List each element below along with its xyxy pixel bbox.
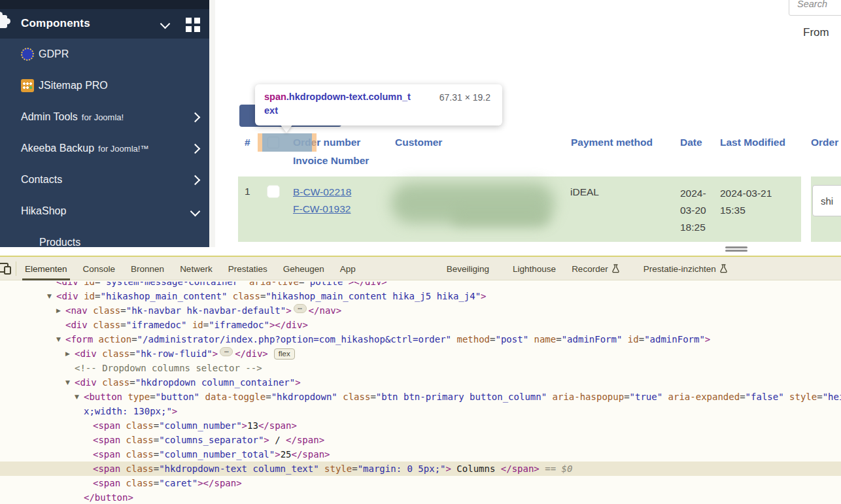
chevron-right-icon[interactable] <box>190 175 201 185</box>
tab-netwerk[interactable]: Netwerk <box>172 257 220 280</box>
column-header-date[interactable]: Date <box>680 137 702 148</box>
eu-flag-icon <box>21 48 34 61</box>
code-token: "height: 30p <box>823 392 841 402</box>
jsitemap-icon <box>21 79 34 92</box>
dashboard-grid-icon[interactable] <box>186 18 200 32</box>
search-input[interactable] <box>789 0 841 16</box>
code-line[interactable]: ▼<div id="hikashop_main_content" class="… <box>0 289 841 303</box>
sidebar-item-hikashop[interactable]: HikaShop <box>0 195 209 227</box>
code-line[interactable]: ▼<form action="/administrator/index.php?… <box>0 332 841 346</box>
code-line[interactable]: ▼<div class="hkdropdown column_container… <box>0 375 841 390</box>
sidebar-item-suffix: for Joomla! <box>82 112 124 122</box>
expand-arrow-icon[interactable]: ▶ <box>56 303 65 318</box>
code-token: "post" <box>496 334 529 344</box>
tab-lighthouse[interactable]: Lighthouse <box>505 257 564 280</box>
code-line[interactable]: </button> <box>0 490 841 504</box>
code-line[interactable]: <div id="system-message-container" aria-… <box>0 282 841 289</box>
code-line[interactable]: ▶<nav class="hk-navbar hk-navbar-default… <box>0 303 841 318</box>
column-header-payment-method[interactable]: Payment method <box>571 137 653 148</box>
code-token: style <box>319 463 352 474</box>
collapse-arrow-icon[interactable]: ▼ <box>56 332 65 346</box>
sidebar-item-akeeba-backup[interactable]: Akeeba Backupfor Joomla!™ <box>0 133 209 164</box>
code-token: class <box>88 305 121 316</box>
chevron-right-icon[interactable] <box>190 143 201 154</box>
code-token: class <box>97 348 130 359</box>
code-token: "iframedoc" <box>209 320 269 330</box>
admin-sidebar: Components GDPRJSitemap PROAdmin Toolsfo… <box>0 0 209 247</box>
code-line[interactable]: <span class="hkdropdown-text column_text… <box>0 462 841 476</box>
code-token: = <box>154 420 159 431</box>
sidebar-item-admin-tools[interactable]: Admin Toolsfor Joomla! <box>0 101 209 133</box>
code-token: class <box>97 377 130 388</box>
code-token: </div> <box>235 348 268 359</box>
code-line[interactable]: <div class="iframedoc" id="iframedoc"></… <box>0 318 841 332</box>
code-token: = <box>154 478 159 488</box>
tab-console[interactable]: Console <box>75 257 124 280</box>
code-line[interactable]: <!-- Dropdown columns selector --> <box>0 361 841 375</box>
code-token: "hikashop_main_content" <box>100 291 227 301</box>
from-label: From <box>803 26 829 39</box>
invoice-number-link[interactable]: F-CW-01932 <box>293 203 351 214</box>
tab-label: Netwerk <box>180 264 213 274</box>
code-token: Columns <box>451 463 501 474</box>
chevron-down-icon[interactable] <box>160 19 171 29</box>
sidebar-item-suffix: for Joomla!™ <box>98 144 148 154</box>
code-token: ></div> <box>269 320 308 330</box>
code-line[interactable]: ▶<div class="hk-row-fluid">…</div>flex <box>0 346 841 361</box>
ellipsis-pill[interactable]: … <box>294 304 307 313</box>
devtools-resize-handle[interactable] <box>725 246 747 253</box>
inspect-tooltip: span.hkdropdown-text.column_text 67.31 ×… <box>255 84 502 126</box>
code-line[interactable]: <span class="column_number">13</span> <box>0 418 841 433</box>
ellipsis-pill[interactable]: … <box>220 347 233 356</box>
order-number-link[interactable]: B-CW-02218 <box>293 186 351 197</box>
collapse-arrow-icon[interactable]: ▼ <box>65 375 75 390</box>
column-header-order[interactable]: Order <box>811 137 838 148</box>
expand-arrow-icon[interactable]: ▶ <box>65 346 75 361</box>
tab-prestatie-inzichten[interactable]: Prestatie-inzichten <box>636 257 736 280</box>
code-line[interactable]: ▼<button type="button" data-toggle="hkdr… <box>0 390 841 404</box>
column-header-customer[interactable]: Customer <box>395 137 442 148</box>
chevron-right-icon[interactable] <box>190 112 201 122</box>
code-token: <div <box>56 291 78 301</box>
flex-badge[interactable]: flex <box>274 348 295 360</box>
sidebar-item-jsitemap-pro[interactable]: JSitemap PRO <box>0 70 209 101</box>
code-line[interactable]: <span class="columns_separator"> / </spa… <box>0 433 841 447</box>
device-toolbar-icon[interactable] <box>0 263 12 275</box>
column-header-last-modified[interactable]: Last Modified <box>720 137 785 148</box>
code-line[interactable]: <span class="column_number_total">25</sp… <box>0 447 841 462</box>
code-line[interactable]: <span class="caret"></span> <box>0 476 841 490</box>
tab-recorder[interactable]: Recorder <box>564 257 628 280</box>
code-line[interactable]: x;width: 130px;"> <box>0 404 841 418</box>
code-token: 13 <box>247 420 258 431</box>
tab-bronnen[interactable]: Bronnen <box>123 257 172 280</box>
code-token: </button> <box>84 492 133 503</box>
code-token: aria-haspopup <box>547 392 624 402</box>
code-token: > <box>275 449 280 460</box>
code-token: "hikashop_main_content hika_j5 hika_j4" <box>266 291 481 301</box>
code-token: "caret" <box>159 478 197 488</box>
code-token: = <box>120 305 126 316</box>
code-token: <span <box>93 449 120 460</box>
row-checkbox[interactable] <box>267 185 280 198</box>
code-token: </nav> <box>309 305 342 316</box>
code-token: "iframedoc" <box>126 320 187 330</box>
sidebar-item-gdpr[interactable]: GDPR <box>0 39 209 70</box>
collapse-arrow-icon[interactable]: ▼ <box>75 390 84 404</box>
column-header-invoice-number[interactable]: Invoice Number <box>293 155 369 167</box>
sidebar-items: GDPRJSitemap PROAdmin Toolsfor Joomla!Ak… <box>0 39 209 247</box>
column-header-[interactable]: # <box>245 137 250 148</box>
chevron-down-icon[interactable] <box>190 206 201 216</box>
components-menu-header[interactable]: Components <box>0 9 209 39</box>
sidebar-item-contacts[interactable]: Contacts <box>0 164 209 195</box>
inspect-dimensions: 67.31 × 19.2 <box>439 92 490 103</box>
tab-prestaties[interactable]: Prestaties <box>220 257 275 280</box>
code-token: <!-- Dropdown columns selector --> <box>75 363 262 373</box>
tab-geheugen[interactable]: Geheugen <box>275 257 332 280</box>
collapse-arrow-icon[interactable]: ▼ <box>47 289 56 303</box>
tab-elementen[interactable]: Elementen <box>17 257 75 280</box>
order-status-select[interactable]: shi <box>812 185 841 216</box>
tab-beveiliging[interactable]: Beveiliging <box>439 257 497 280</box>
tab-app[interactable]: App <box>332 257 364 280</box>
date-line: 2024-03-21 <box>720 185 772 202</box>
sidebar-item-products[interactable]: Products <box>0 227 209 247</box>
